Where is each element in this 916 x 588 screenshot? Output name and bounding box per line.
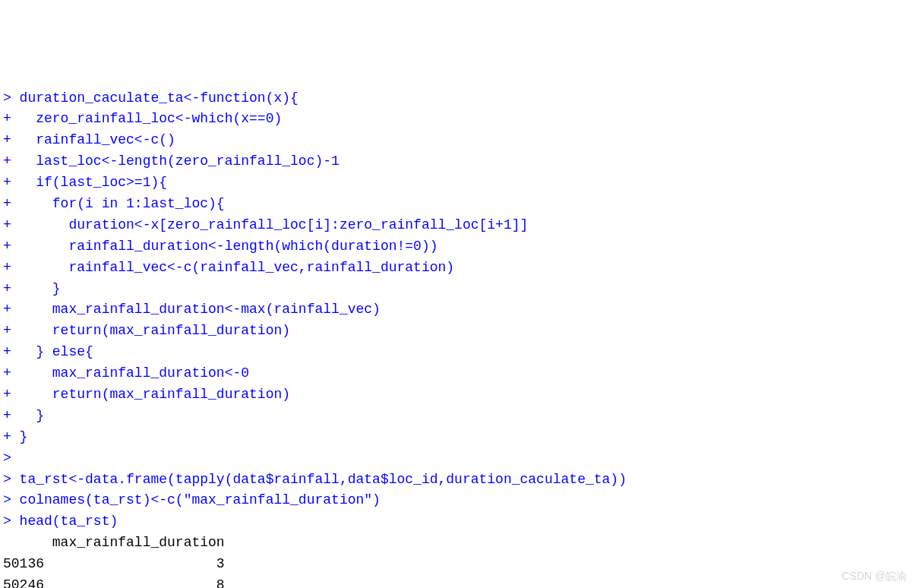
- console-line: > colnames(ta_rst)<-c("max_rainfall_dura…: [3, 490, 913, 511]
- prompt-symbol: +: [3, 344, 20, 359]
- prompt-symbol: +: [3, 323, 20, 338]
- prompt-symbol: +: [3, 132, 20, 147]
- code-text: head(ta_rst): [20, 514, 118, 529]
- prompt-symbol: +: [3, 387, 20, 402]
- console-line: >: [3, 448, 913, 469]
- code-text: max_rainfall_duration<-max(rainfall_vec): [20, 302, 381, 317]
- console-line: + rainfall_vec<-c(): [3, 130, 913, 151]
- code-text: last_loc<-length(zero_rainfall_loc)-1: [20, 153, 340, 169]
- prompt-symbol: +: [3, 239, 20, 254]
- console-line: + rainfall_duration<-length(which(durati…: [3, 236, 913, 258]
- prompt-symbol: +: [3, 365, 20, 381]
- prompt-symbol: +: [3, 217, 20, 232]
- code-text: rainfall_vec<-c(rainfall_vec,rainfall_du…: [20, 260, 455, 275]
- prompt-symbol: >: [3, 492, 20, 507]
- console-line: + return(max_rainfall_duration): [3, 384, 913, 406]
- output-text: 50136 3: [3, 556, 225, 571]
- console-line: 50136 3: [3, 554, 913, 575]
- prompt-symbol: >: [3, 472, 20, 487]
- code-text: for(i in 1:last_loc){: [20, 196, 225, 211]
- prompt-symbol: >: [3, 514, 20, 529]
- console-line: + if(last_loc>=1){: [3, 172, 913, 194]
- code-text: rainfall_vec<-c(): [20, 132, 175, 147]
- console-line: + last_loc<-length(zero_rainfall_loc)-1: [3, 151, 913, 172]
- prompt-symbol: +: [3, 302, 20, 317]
- output-text: max_rainfall_duration: [3, 535, 225, 550]
- console-line: + }: [3, 427, 913, 448]
- code-text: ta_rst<-data.frame(tapply(data$rainfall,…: [20, 472, 627, 487]
- code-text: return(max_rainfall_duration): [20, 387, 290, 402]
- console-line: + max_rainfall_duration<-max(rainfall_ve…: [3, 299, 913, 321]
- code-text: duration_caculate_ta<-function(x){: [20, 90, 298, 106]
- console-line: > head(ta_rst): [3, 511, 913, 533]
- console-line: + duration<-x[zero_rainfall_loc[i]:zero_…: [3, 215, 913, 236]
- prompt-symbol: +: [3, 281, 20, 296]
- console-line: + }: [3, 406, 913, 427]
- output-text: 50246 8: [3, 577, 225, 588]
- r-console[interactable]: > duration_caculate_ta<-function(x){+ ze…: [3, 88, 913, 588]
- code-text: return(max_rainfall_duration): [20, 323, 290, 338]
- console-line: + rainfall_vec<-c(rainfall_vec,rainfall_…: [3, 258, 913, 279]
- prompt-symbol: >: [3, 90, 20, 106]
- code-text: }: [20, 408, 44, 423]
- code-text: rainfall_duration<-length(which(duration…: [20, 239, 438, 254]
- prompt-symbol: +: [3, 153, 20, 169]
- code-text: colnames(ta_rst)<-c("max_rainfall_durati…: [20, 492, 381, 507]
- code-text: max_rainfall_duration<-0: [20, 365, 249, 381]
- prompt-symbol: +: [3, 111, 20, 126]
- console-line: max_rainfall_duration: [3, 533, 913, 554]
- prompt-symbol: +: [3, 429, 20, 444]
- console-line: 50246 8: [3, 575, 913, 588]
- console-line: + } else{: [3, 342, 913, 363]
- console-line: > ta_rst<-data.frame(tapply(data$rainfal…: [3, 469, 913, 491]
- console-line: + return(max_rainfall_duration): [3, 321, 913, 342]
- console-line: > duration_caculate_ta<-function(x){: [3, 88, 913, 109]
- prompt-symbol: +: [3, 260, 20, 275]
- console-line: + }: [3, 279, 913, 300]
- prompt-symbol: +: [3, 175, 20, 190]
- console-line: + max_rainfall_duration<-0: [3, 363, 913, 384]
- code-text: }: [20, 429, 28, 444]
- prompt-symbol: +: [3, 408, 20, 423]
- console-line: + for(i in 1:last_loc){: [3, 194, 913, 215]
- code-text: zero_rainfall_loc<-which(x==0): [20, 111, 283, 126]
- code-text: if(last_loc>=1){: [20, 175, 167, 190]
- prompt-symbol: >: [3, 450, 20, 466]
- code-text: }: [20, 281, 61, 296]
- code-text: duration<-x[zero_rainfall_loc[i]:zero_ra…: [20, 217, 529, 232]
- prompt-symbol: +: [3, 196, 20, 211]
- console-line: + zero_rainfall_loc<-which(x==0): [3, 109, 913, 130]
- code-text: } else{: [20, 344, 93, 359]
